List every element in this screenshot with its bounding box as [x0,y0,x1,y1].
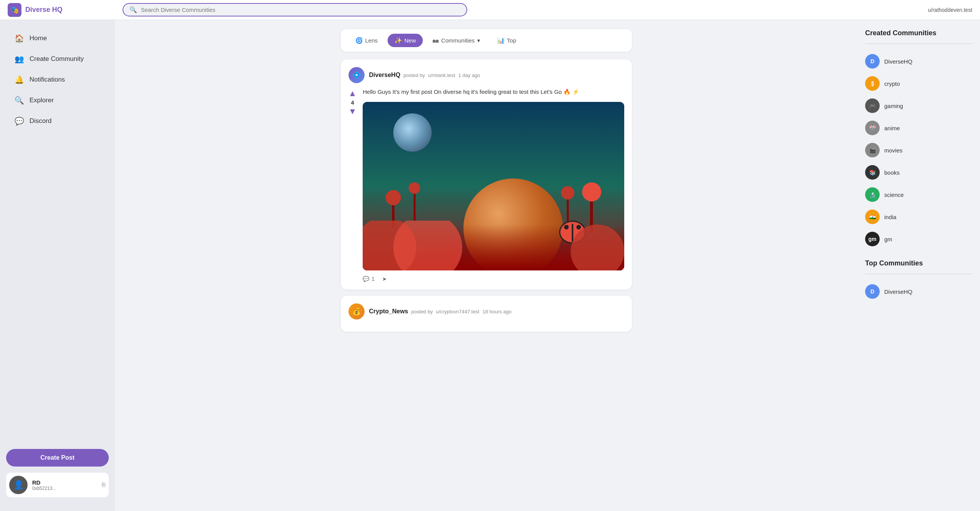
user-details: RD 0xb52213... [32,479,97,491]
post-community-name[interactable]: DiverseHQ [369,72,401,78]
community-name: DiverseHQ [884,58,912,65]
topbar-user: u/rathoddeven.test [928,7,972,13]
post2-header: 💰 Crypto_News posted by u/cryptovn7447.t… [348,303,624,319]
sidebar-item-label: Create Community [29,55,84,63]
post-text: Hello Guys It's my first post On diverse… [363,88,624,97]
tab-new[interactable]: ✨ New [388,34,423,47]
chevron-down-icon: ▾ [477,37,480,44]
post-body: ▲ 4 ▼ Hello Guys It's my first post On d… [348,88,624,282]
community-avatar: 🎌 [865,121,880,135]
app-logo-icon: 🎭 [8,3,21,17]
post2-time: 18 hours ago [481,309,512,314]
downvote-button[interactable]: ▼ [348,107,357,116]
communities-icon: 🏘 [433,37,439,44]
new-icon: ✨ [394,37,402,44]
community-item-crypto[interactable]: ₿crypto [865,72,972,95]
top-community-name: DiverseHQ [884,288,912,295]
vote-count: 4 [351,99,354,106]
community-avatar: 🇮🇳 [865,210,880,224]
post-card-preview: 💰 Crypto_News posted by u/cryptovn7447.t… [341,296,632,332]
top-community-item-diversehq-top[interactable]: DDiverseHQ [865,280,972,303]
top-communities-title: Top Communities [865,259,972,267]
community-name: gm [884,236,892,242]
community-name: movies [884,147,903,154]
sidebar-item-home[interactable]: 🏠Home [4,28,111,48]
post-image [363,102,624,270]
tab-new-label: New [404,37,416,44]
home-icon: 🏠 [15,34,24,43]
copy-icon[interactable]: ⎘ [102,482,106,488]
community-item-movies[interactable]: 🎬movies [865,139,972,161]
community-name: crypto [884,80,900,87]
top-communities-list: DDiverseHQ [865,280,972,303]
post-community-avatar: 💠 [348,67,365,83]
community-avatar: gm [865,232,880,246]
sidebar-item-create-community[interactable]: 👥Create Community [4,49,111,69]
community-item-gaming[interactable]: 🎮gaming [865,95,972,117]
notifications-icon: 🔔 [15,75,24,84]
post2-author[interactable]: u/cryptovn7447.test [436,309,479,314]
post-time: 1 day ago [457,72,480,78]
post-header: 💠 DiverseHQ posted by u/mtank.test 1 day… [348,67,624,83]
community-item-anime[interactable]: 🎌anime [865,117,972,139]
discord-icon: 💬 [15,116,24,126]
community-avatar: ₿ [865,76,880,91]
post-author[interactable]: u/mtank.test [428,72,455,78]
right-sidebar: Created Communities DDiverseHQ₿crypto🎮ga… [857,20,980,511]
divider-created [865,43,972,44]
community-avatar: 🔬 [865,187,880,202]
tabs-bar: 🌀 Lens ✨ New 🏘 Communities ▾ 📊 Top [341,29,632,52]
community-item-india[interactable]: 🇮🇳india [865,206,972,228]
community-avatar: 🎮 [865,98,880,113]
search-icon: 🔍 [129,6,137,13]
community-item-diversehq[interactable]: DDiverseHQ [865,50,972,72]
top-community-avatar: D [865,284,880,299]
community-name: books [884,169,900,176]
sidebar-item-notifications[interactable]: 🔔Notifications [4,70,111,90]
post2-meta-group: Crypto_News posted by u/cryptovn7447.tes… [369,308,512,315]
sidebar-item-explorer[interactable]: 🔍Explorer [4,90,111,110]
search-bar[interactable]: 🔍 [123,3,467,16]
user-profile-row: 👤 RD 0xb52213... ⎘ [6,473,109,497]
lens-icon: 🌀 [355,37,363,44]
post2-community[interactable]: Crypto_News [369,308,408,314]
created-communities-title: Created Communities [865,29,972,37]
create-post-button[interactable]: Create Post [6,449,109,467]
community-name: india [884,214,897,220]
sidebar-item-discord[interactable]: 💬Discord [4,111,111,131]
comment-button[interactable]: 💬 1 [363,276,375,282]
main-feed: 🌀 Lens ✨ New 🏘 Communities ▾ 📊 Top [115,20,857,511]
community-item-gm[interactable]: gmgm [865,228,972,250]
post-card: 💠 DiverseHQ posted by u/mtank.test 1 day… [341,59,632,290]
post2-meta: posted by [410,309,434,314]
create-community-icon: 👥 [15,54,24,64]
search-input[interactable] [141,7,460,13]
explorer-icon: 🔍 [15,96,24,105]
vote-column: ▲ 4 ▼ [348,88,357,282]
sidebar-item-label: Discord [29,117,52,125]
created-communities-list: DDiverseHQ₿crypto🎮gaming🎌anime🎬movies📚bo… [865,50,972,250]
community-item-books[interactable]: 📚books [865,161,972,183]
top-icon: 📊 [497,37,505,44]
user-address: 0xb52213... [32,486,97,491]
topbar: 🎭 Diverse HQ 🔍 u/rathoddeven.test [0,0,980,20]
comment-count: 1 [371,276,375,282]
community-avatar: 🎬 [865,143,880,157]
feed-container: 🌀 Lens ✨ New 🏘 Communities ▾ 📊 Top [341,29,632,338]
post-footer: 💬 1 ➤ [363,276,624,282]
community-item-science[interactable]: 🔬science [865,183,972,206]
share-icon: ➤ [382,276,387,282]
sidebar-item-label: Home [29,34,47,42]
tab-communities[interactable]: 🏘 Communities ▾ [426,34,487,47]
community-name: gaming [884,103,903,109]
avatar: 👤 [9,476,28,494]
upvote-button[interactable]: ▲ [348,89,357,98]
post-content: Hello Guys It's my first post On diverse… [363,88,624,282]
community-avatar: D [865,54,880,69]
divider-top [865,274,972,274]
community-avatar: 📚 [865,165,880,180]
tab-top[interactable]: 📊 Top [490,34,523,47]
tab-lens[interactable]: 🌀 Lens [348,34,385,47]
sidebar-item-label: Explorer [29,97,54,104]
share-button[interactable]: ➤ [382,276,387,282]
